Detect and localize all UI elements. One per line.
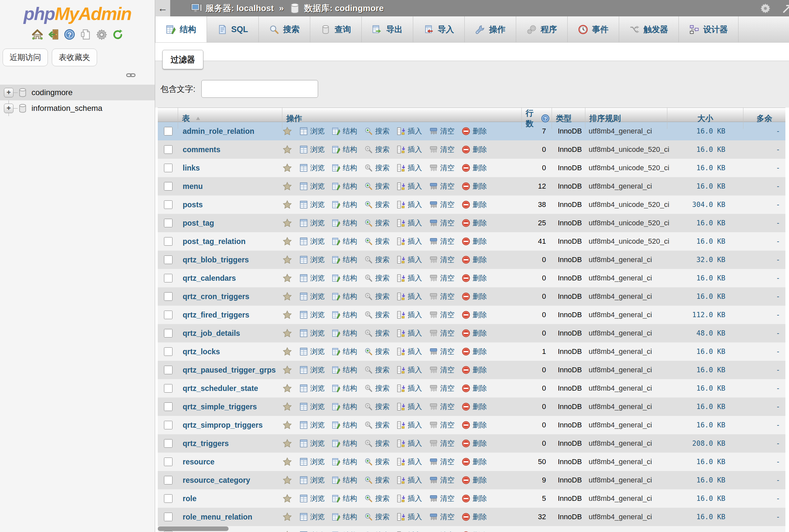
favorite-star-icon[interactable]	[282, 420, 292, 430]
favorite-star-icon[interactable]	[282, 328, 292, 338]
fullscreen-icon[interactable]	[782, 4, 789, 14]
table-name-link[interactable]: comments	[182, 145, 220, 154]
search-action[interactable]: 搜索	[364, 438, 389, 448]
search-action[interactable]: 搜索	[364, 383, 389, 393]
search-action[interactable]: 搜索	[364, 530, 389, 532]
row-checkbox[interactable]	[164, 347, 173, 356]
header-overhead[interactable]: 多余	[744, 108, 785, 129]
browse-action[interactable]: 浏览	[300, 163, 325, 173]
search-action[interactable]: 搜索	[364, 255, 389, 265]
search-action[interactable]: 搜索	[364, 475, 389, 485]
favorite-star-icon[interactable]	[282, 347, 292, 357]
drop-action[interactable]: 删除	[462, 512, 487, 522]
table-name-link[interactable]: posts	[182, 201, 203, 209]
drop-action[interactable]: 删除	[462, 273, 487, 283]
browse-action[interactable]: 浏览	[300, 530, 325, 532]
search-action[interactable]: 搜索	[364, 273, 389, 283]
tab-操作[interactable]: 操作	[465, 16, 516, 42]
settings-icon[interactable]	[96, 29, 107, 40]
empty-action[interactable]: 清空	[429, 530, 455, 532]
empty-action[interactable]: 清空	[429, 218, 455, 228]
search-action[interactable]: 搜索	[364, 328, 389, 338]
tab-设计器[interactable]: 设计器	[679, 16, 738, 42]
back-arrow-button[interactable]: ←	[155, 0, 170, 16]
favorite-star-icon[interactable]	[282, 530, 292, 532]
favorite-star-icon[interactable]	[282, 512, 292, 522]
favorite-star-icon[interactable]	[282, 438, 292, 448]
favorite-star-icon[interactable]	[282, 126, 292, 136]
table-name-link[interactable]: role_menu_relation	[182, 513, 252, 521]
browse-action[interactable]: 浏览	[300, 365, 325, 375]
table-name-link[interactable]: qrtz_fired_triggers	[182, 310, 249, 319]
search-action[interactable]: 搜索	[364, 236, 389, 246]
table-name-link[interactable]: resource_category	[182, 476, 250, 484]
empty-action[interactable]: 清空	[429, 402, 455, 412]
row-checkbox[interactable]	[164, 219, 173, 227]
row-checkbox[interactable]	[164, 145, 173, 154]
structure-action[interactable]: 结构	[332, 475, 357, 485]
search-action[interactable]: 搜索	[364, 420, 389, 430]
insert-action[interactable]: 插入	[397, 347, 422, 357]
search-action[interactable]: 搜索	[364, 291, 389, 301]
drop-action[interactable]: 删除	[462, 255, 487, 265]
search-action[interactable]: 搜索	[364, 126, 389, 136]
empty-action[interactable]: 清空	[429, 494, 455, 504]
row-checkbox[interactable]	[164, 476, 173, 484]
insert-action[interactable]: 插入	[397, 328, 422, 338]
empty-action[interactable]: 清空	[429, 145, 455, 154]
empty-action[interactable]: 清空	[429, 255, 455, 265]
row-checkbox[interactable]	[164, 494, 173, 503]
structure-action[interactable]: 结构	[332, 182, 357, 191]
table-name-link[interactable]: post_tag_relation	[182, 237, 246, 246]
favorite-star-icon[interactable]	[282, 291, 292, 301]
structure-action[interactable]: 结构	[332, 420, 357, 430]
structure-action[interactable]: 结构	[332, 255, 357, 265]
browse-action[interactable]: 浏览	[300, 457, 325, 467]
header-type[interactable]: 类型	[552, 108, 585, 129]
tab-程序[interactable]: 程序	[516, 16, 567, 42]
insert-action[interactable]: 插入	[397, 438, 422, 448]
table-name-link[interactable]: qrtz_paused_trigger_grps	[182, 366, 276, 374]
search-action[interactable]: 搜索	[364, 457, 389, 467]
breadcrumb-server-link[interactable]: 服务器: localhost	[206, 3, 274, 14]
insert-action[interactable]: 插入	[397, 402, 422, 412]
table-name-link[interactable]: qrtz_cron_triggers	[182, 292, 249, 301]
recent-tables-button[interactable]: 近期访问	[3, 49, 48, 66]
drop-action[interactable]: 删除	[462, 457, 487, 467]
tab-导入[interactable]: 导入	[413, 16, 465, 42]
drop-action[interactable]: 删除	[462, 182, 487, 191]
insert-action[interactable]: 插入	[397, 310, 422, 320]
drop-action[interactable]: 删除	[462, 365, 487, 375]
favorite-star-icon[interactable]	[282, 475, 292, 485]
search-action[interactable]: 搜索	[364, 494, 389, 504]
insert-action[interactable]: 插入	[397, 255, 422, 265]
browse-action[interactable]: 浏览	[300, 310, 325, 320]
search-action[interactable]: 搜索	[364, 365, 389, 375]
favorite-star-icon[interactable]	[282, 255, 292, 265]
browse-action[interactable]: 浏览	[300, 402, 325, 412]
database-name[interactable]: information_schema	[32, 103, 102, 113]
horizontal-scrollbar-thumb[interactable]	[158, 527, 229, 531]
browse-action[interactable]: 浏览	[300, 291, 325, 301]
row-checkbox[interactable]	[164, 329, 173, 338]
browse-action[interactable]: 浏览	[300, 126, 325, 136]
table-name-link[interactable]: post_tag	[182, 219, 214, 227]
browse-action[interactable]: 浏览	[300, 420, 325, 430]
structure-action[interactable]: 结构	[332, 236, 357, 246]
browse-action[interactable]: 浏览	[300, 347, 325, 357]
refresh-icon[interactable]	[112, 29, 123, 40]
table-name-link[interactable]: qrtz_triggers	[182, 439, 229, 448]
insert-action[interactable]: 插入	[397, 291, 422, 301]
structure-action[interactable]: 结构	[332, 438, 357, 448]
structure-action[interactable]: 结构	[332, 310, 357, 320]
empty-action[interactable]: 清空	[429, 457, 455, 467]
structure-action[interactable]: 结构	[332, 347, 357, 357]
favorite-tables-button[interactable]: 表收藏夹	[52, 49, 97, 66]
table-name-link[interactable]: links	[182, 164, 200, 172]
header-table-name[interactable]: 表	[178, 108, 282, 129]
row-checkbox[interactable]	[164, 384, 173, 393]
browse-action[interactable]: 浏览	[300, 328, 325, 338]
insert-action[interactable]: 插入	[397, 383, 422, 393]
empty-action[interactable]: 清空	[429, 163, 455, 173]
empty-action[interactable]: 清空	[429, 383, 455, 393]
